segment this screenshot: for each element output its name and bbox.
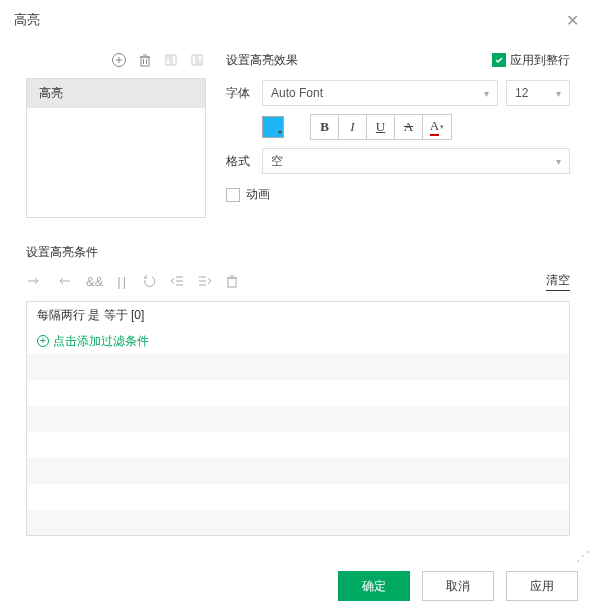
checkbox-checked-icon [492, 53, 506, 67]
condition-list[interactable]: 每隔两行 是 等于 [0] + 点击添加过滤条件 [26, 301, 570, 536]
font-size-value: 12 [515, 86, 556, 100]
svg-rect-9 [172, 55, 176, 65]
italic-icon: I [350, 119, 354, 135]
resize-handle-icon[interactable]: ⋰ [576, 548, 590, 564]
arrow-right-icon [26, 275, 42, 287]
add-filter-row[interactable]: + 点击添加过滤条件 [27, 328, 569, 354]
undo-icon [142, 274, 156, 288]
sort-desc-button [188, 51, 206, 69]
table-row [27, 484, 569, 510]
condition-title: 设置高亮条件 [26, 244, 570, 261]
italic-button[interactable]: I [339, 115, 367, 139]
underline-button[interactable]: U [367, 115, 395, 139]
apply-whole-row-checkbox[interactable]: 应用到整行 [492, 52, 570, 69]
apply-whole-row-label: 应用到整行 [510, 52, 570, 69]
condition-row[interactable]: 每隔两行 是 等于 [0] [27, 302, 569, 328]
close-icon: ✕ [566, 11, 579, 30]
animation-checkbox[interactable] [226, 188, 240, 202]
chevron-down-icon: ▾ [278, 128, 282, 137]
svg-rect-20 [228, 278, 236, 287]
outdent-icon [170, 275, 184, 287]
svg-rect-3 [141, 57, 149, 66]
table-row [27, 510, 569, 536]
or-button[interactable]: || [117, 274, 128, 289]
sort-asc-button [162, 51, 180, 69]
condition-section: 设置高亮条件 && || 清空 每隔两行 是 等于 [0] + 点击添加过滤条件 [26, 244, 570, 536]
cancel-button[interactable]: 取消 [422, 571, 494, 601]
dialog-title: 高亮 [14, 11, 562, 29]
font-color-button[interactable]: A▾ [423, 115, 451, 139]
and-button[interactable]: && [86, 274, 103, 289]
undo-button[interactable] [142, 274, 156, 288]
add-highlight-button[interactable] [110, 51, 128, 69]
arrow-left-icon [56, 275, 72, 287]
close-button[interactable]: ✕ [562, 10, 582, 30]
font-size-select[interactable]: 12 ▾ [506, 80, 570, 106]
svg-rect-10 [192, 55, 196, 65]
and-icon: && [86, 274, 103, 289]
clear-button[interactable]: 清空 [546, 272, 570, 291]
plus-circle-icon: + [37, 335, 49, 347]
delete-condition-button[interactable] [226, 274, 238, 288]
table-row [27, 432, 569, 458]
format-label: 格式 [226, 153, 254, 170]
trash-icon [226, 274, 238, 288]
strike-button[interactable]: A [395, 115, 423, 139]
bold-button[interactable]: B [311, 115, 339, 139]
font-select[interactable]: Auto Font ▾ [262, 80, 498, 106]
effect-panel: 设置高亮效果 应用到整行 字体 Auto Font ▾ 12 ▾ [226, 48, 570, 218]
chevron-down-icon: ▾ [556, 88, 561, 99]
chevron-down-icon: ▾ [556, 156, 561, 167]
arrow-right-button[interactable] [26, 275, 42, 287]
table-row [27, 380, 569, 406]
color-picker[interactable]: ▾ [262, 116, 284, 138]
dialog-footer: 确定 取消 应用 [0, 558, 596, 614]
highlight-list-panel: 高亮 [26, 48, 206, 218]
font-color-icon: A [430, 118, 439, 136]
outdent-button[interactable] [170, 275, 184, 287]
sort-desc-icon [190, 53, 204, 67]
ok-button[interactable]: 确定 [338, 571, 410, 601]
format-select[interactable]: 空 ▾ [262, 148, 570, 174]
font-value: Auto Font [271, 86, 484, 100]
font-label: 字体 [226, 85, 254, 102]
bold-icon: B [320, 119, 329, 135]
add-filter-label: 点击添加过滤条件 [53, 333, 149, 350]
dialog-header: 高亮 ✕ [0, 0, 596, 40]
highlight-list[interactable]: 高亮 [26, 78, 206, 218]
delete-highlight-button[interactable] [136, 51, 154, 69]
table-row [27, 354, 569, 380]
indent-button[interactable] [198, 275, 212, 287]
trash-icon [138, 53, 152, 67]
chevron-down-icon: ▾ [484, 88, 489, 99]
apply-button[interactable]: 应用 [506, 571, 578, 601]
text-format-group: B I U A A▾ [310, 114, 452, 140]
sort-asc-icon [164, 53, 178, 67]
underline-icon: U [376, 119, 385, 135]
plus-circle-icon [111, 52, 127, 68]
or-icon: || [117, 274, 128, 289]
format-value: 空 [271, 153, 556, 170]
table-row [27, 406, 569, 432]
arrow-left-button[interactable] [56, 275, 72, 287]
animation-label: 动画 [246, 186, 270, 203]
list-item[interactable]: 高亮 [27, 79, 205, 108]
effect-title: 设置高亮效果 [226, 52, 492, 69]
indent-icon [198, 275, 212, 287]
table-row [27, 458, 569, 484]
chevron-down-icon: ▾ [440, 123, 444, 131]
strike-icon: A [404, 119, 413, 135]
